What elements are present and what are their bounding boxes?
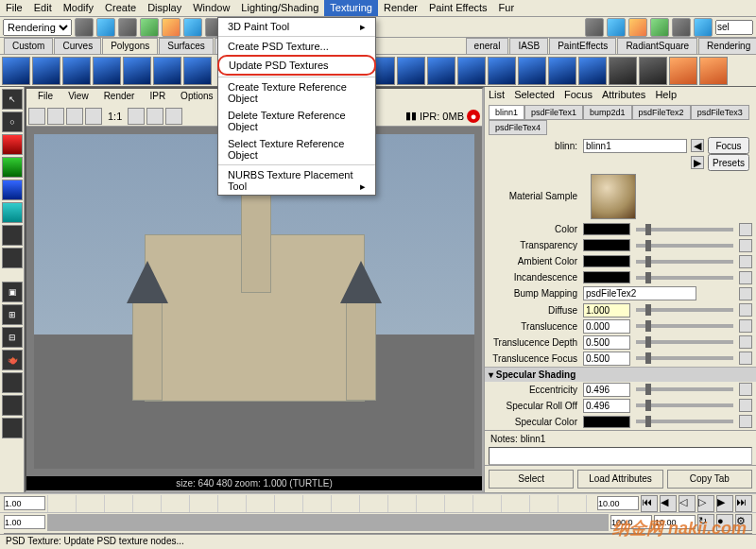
shelf-button[interactable] [93, 57, 121, 85]
menu-fur[interactable]: Fur [493, 0, 521, 16]
copy-tab-button[interactable]: Copy Tab [667, 470, 752, 489]
tool-icon[interactable] [694, 18, 713, 37]
play-fwd-icon[interactable]: ▷ [697, 495, 714, 512]
shelftab-painteffects[interactable]: PaintEffects [549, 38, 616, 54]
tab-blinn1[interactable]: blinn1 [489, 105, 524, 120]
amenu-list[interactable]: List [489, 89, 505, 101]
nav-fwd-icon[interactable]: ▶ [691, 156, 704, 169]
eccentricity-slider[interactable] [636, 387, 733, 391]
node-name-field[interactable] [583, 139, 687, 153]
menu-painteffects[interactable]: Paint Effects [423, 0, 493, 16]
tool-icon[interactable] [2, 248, 23, 268]
menu-render[interactable]: Render [378, 0, 423, 16]
select-tool-icon[interactable]: ↖ [2, 89, 23, 110]
menuitem-3dpaint[interactable]: 3D Paint Tool [218, 18, 375, 35]
specular-section-header[interactable]: Specular Shading [485, 367, 756, 382]
time-end-field[interactable] [597, 496, 639, 510]
menu-window[interactable]: Window [187, 0, 235, 16]
time-start-field[interactable] [4, 496, 45, 510]
presets-button[interactable]: Presets [708, 154, 749, 171]
shelf-button[interactable] [669, 57, 697, 85]
map-button[interactable] [739, 335, 752, 349]
translucence-slider[interactable] [636, 324, 733, 328]
tool-icon[interactable] [140, 18, 159, 37]
tool-icon[interactable] [75, 18, 94, 37]
material-sample-swatch[interactable] [591, 174, 636, 219]
menu-file[interactable]: File [0, 0, 28, 16]
diffuse-slider[interactable] [636, 308, 733, 312]
menuitem-create-psd[interactable]: Create PSD Texture... [218, 38, 375, 55]
tool-icon[interactable] [183, 18, 202, 37]
vmenu-file[interactable]: File [30, 89, 60, 106]
vmenu-view[interactable]: View [60, 89, 96, 106]
shelftab-rendering[interactable]: Rendering [698, 38, 756, 54]
color-slider[interactable] [636, 228, 733, 232]
ipr-close-icon[interactable]: ● [467, 110, 480, 123]
menu-edit[interactable]: Edit [28, 0, 58, 16]
vmenu-options[interactable]: Options [173, 89, 220, 106]
map-button[interactable] [739, 303, 752, 317]
rewind-end-icon[interactable]: ⏭ [735, 495, 752, 512]
nav-back-icon[interactable]: ◀ [691, 139, 704, 152]
map-button[interactable] [739, 399, 752, 412]
amenu-focus[interactable]: Focus [564, 89, 593, 101]
specrolloff-slider[interactable] [636, 403, 733, 407]
shelf-button[interactable] [699, 57, 728, 85]
shelftab-radiantsquare[interactable]: RadiantSquare [617, 38, 697, 54]
shelf-button[interactable] [427, 57, 455, 85]
shelftab-general[interactable]: eneral [466, 38, 509, 54]
shelf-button[interactable] [397, 57, 425, 85]
rotate-tool-icon[interactable] [2, 157, 23, 178]
tool-icon[interactable] [585, 18, 604, 37]
select-button[interactable]: Select [489, 470, 574, 489]
menu-lighting[interactable]: Lighting/Shading [235, 0, 324, 16]
tab-psdfiletex1[interactable]: psdFileTex1 [524, 105, 583, 120]
map-button[interactable] [739, 271, 752, 284]
step-back-icon[interactable]: ◀ [660, 495, 677, 512]
translfocus-slider[interactable] [636, 356, 733, 360]
menu-texturing[interactable]: Texturing [324, 0, 378, 16]
time-slider[interactable] [47, 495, 595, 512]
render-icon[interactable] [28, 108, 45, 125]
shelf-button[interactable] [518, 57, 546, 85]
save-icon[interactable] [128, 108, 145, 125]
shelf-button[interactable] [457, 57, 486, 85]
menuitem-update-psd[interactable]: Update PSD Textures [217, 55, 376, 76]
refresh-icon[interactable] [85, 108, 102, 125]
translfocus-field[interactable] [583, 352, 630, 366]
ambient-slider[interactable] [636, 260, 733, 264]
shelftab-surfaces[interactable]: Surfaces [159, 38, 213, 54]
shelf-button[interactable] [62, 57, 91, 85]
specrolloff-field[interactable] [583, 399, 630, 413]
range-slider[interactable] [47, 514, 609, 531]
tool-icon[interactable] [628, 18, 647, 37]
shelf-button[interactable] [183, 57, 212, 85]
lasso-tool-icon[interactable]: ○ [2, 112, 23, 132]
tab-psdfiletex3[interactable]: psdFileTex3 [691, 105, 749, 120]
layout-four-icon[interactable]: ⊞ [2, 304, 23, 325]
transparency-swatch[interactable] [583, 239, 630, 251]
amenu-selected[interactable]: Selected [514, 89, 555, 101]
shelftab-polygons[interactable]: Polygons [102, 38, 158, 54]
ambient-swatch[interactable] [583, 255, 630, 267]
layout-icon[interactable] [2, 372, 23, 393]
amenu-help[interactable]: Help [655, 89, 677, 101]
shelf-button[interactable] [578, 57, 607, 85]
menu-display[interactable]: Display [142, 0, 187, 16]
map-button[interactable] [739, 352, 752, 365]
shelf-button[interactable] [153, 57, 181, 85]
trash-icon[interactable] [146, 108, 163, 125]
shelftab-custom[interactable]: Custom [4, 38, 53, 54]
transparency-slider[interactable] [636, 244, 733, 248]
manip-tool-icon[interactable] [2, 202, 23, 223]
map-button[interactable] [739, 319, 752, 333]
mode-select[interactable]: Rendering [3, 19, 72, 36]
magnet-icon[interactable] [607, 18, 626, 37]
vmenu-ipr[interactable]: IPR [142, 89, 173, 106]
shelf-button[interactable] [123, 57, 151, 85]
layout-single-icon[interactable]: ▣ [2, 282, 23, 302]
tab-bump2d1[interactable]: bump2d1 [583, 105, 632, 120]
color-swatch[interactable] [583, 223, 630, 235]
menuitem-select-ref[interactable]: Select Texture Reference Object [218, 135, 375, 163]
move-tool-icon[interactable] [2, 134, 23, 155]
